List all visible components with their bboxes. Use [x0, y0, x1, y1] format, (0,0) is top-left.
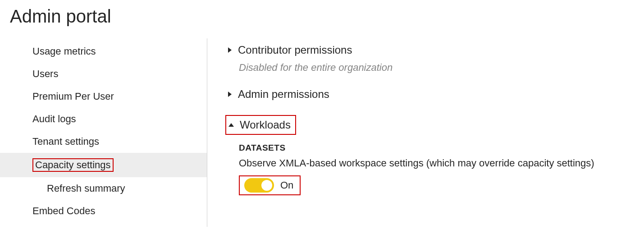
svg-marker-1: [228, 92, 232, 97]
main-content: Contributor permissions Disabled for the…: [207, 38, 644, 227]
sidebar-item-label: Refresh summary: [47, 183, 125, 194]
svg-marker-0: [228, 47, 232, 53]
caret-right-icon: [227, 47, 233, 53]
sidebar-item-embed-codes[interactable]: Embed Codes: [0, 200, 207, 222]
layout-container: Usage metrics Users Premium Per User Aud…: [0, 38, 644, 227]
section-admin-permissions: Admin permissions: [225, 85, 635, 103]
sidebar-item-users[interactable]: Users: [0, 63, 207, 85]
toggle-row-xmla: On: [239, 175, 301, 195]
section-label: Workloads: [240, 119, 291, 131]
sidebar-item-label: Users: [32, 68, 58, 79]
section-label: Contributor permissions: [238, 44, 352, 56]
sidebar-item-tenant-settings[interactable]: Tenant settings: [0, 130, 207, 153]
section-header-admin[interactable]: Admin permissions: [225, 85, 635, 103]
section-status: Disabled for the entire organization: [225, 62, 635, 74]
sidebar-item-label: Capacity settings: [35, 159, 111, 170]
sidebar-item-refresh-summary[interactable]: Refresh summary: [0, 177, 207, 200]
subsection-title-datasets: DATASETS: [239, 143, 635, 153]
caret-right-icon: [227, 91, 233, 97]
sidebar-item-label: Tenant settings: [32, 136, 99, 147]
sidebar-item-usage-metrics[interactable]: Usage metrics: [0, 40, 207, 63]
sidebar-item-capacity-settings[interactable]: Capacity settings: [0, 153, 207, 177]
sidebar-item-label: Audit logs: [32, 113, 76, 124]
workloads-body: DATASETS Observe XMLA-based workspace se…: [225, 143, 635, 195]
sidebar-item-premium-per-user[interactable]: Premium Per User: [0, 85, 207, 108]
toggle-state-label: On: [280, 179, 293, 191]
toggle-switch-xmla[interactable]: [244, 178, 274, 193]
sidebar-item-label: Premium Per User: [32, 91, 114, 102]
section-contributor-permissions: Contributor permissions Disabled for the…: [225, 41, 635, 74]
section-label: Admin permissions: [238, 88, 329, 101]
caret-up-icon: [228, 122, 234, 128]
sidebar-item-label: Embed Codes: [32, 205, 95, 216]
section-header-contributor[interactable]: Contributor permissions: [225, 41, 635, 59]
sidebar-item-audit-logs[interactable]: Audit logs: [0, 108, 207, 130]
section-header-workloads[interactable]: Workloads: [225, 115, 296, 135]
sidebar: Usage metrics Users Premium Per User Aud…: [0, 38, 207, 227]
toggle-knob: [261, 180, 272, 191]
subsection-desc: Observe XMLA-based workspace settings (w…: [239, 157, 635, 169]
page-title: Admin portal: [0, 0, 644, 27]
svg-marker-2: [228, 123, 234, 127]
sidebar-item-label: Usage metrics: [32, 46, 96, 57]
section-workloads: Workloads DATASETS Observe XMLA-based wo…: [225, 115, 635, 195]
